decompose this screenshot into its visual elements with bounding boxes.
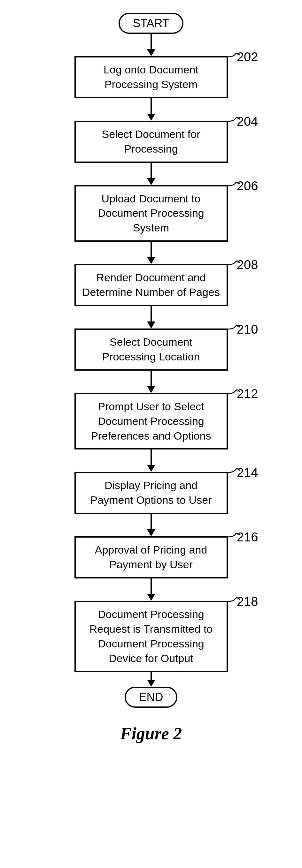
step-label: 216 (237, 530, 258, 544)
arrow (147, 450, 155, 472)
start-terminator: START (118, 13, 184, 34)
process-box: Prompt User to Select Document Processin… (75, 393, 228, 450)
step-214: Display Pricing and Payment Options to U… (75, 472, 228, 514)
process-box: Upload Document to Document Processing S… (75, 185, 228, 242)
process-box: Select Document for Processing (75, 121, 228, 163)
step-206: Upload Document to Document Processing S… (75, 185, 228, 242)
step-label: 206 (237, 179, 258, 193)
step-label: 202 (237, 50, 258, 64)
flowchart: START Log onto Document Processing Syste… (0, 13, 302, 708)
arrow (147, 34, 155, 56)
step-212: Prompt User to Select Document Processin… (75, 393, 228, 450)
step-216: Approval of Pricing and Payment by User … (75, 536, 228, 579)
process-box: Log onto Document Processing System (75, 56, 228, 98)
step-label: 204 (237, 114, 258, 129)
step-label: 214 (237, 465, 258, 480)
step-label: 218 (237, 594, 258, 609)
step-label: 212 (237, 386, 258, 401)
step-202: Log onto Document Processing System 202 (75, 56, 228, 98)
arrow (147, 371, 155, 393)
arrow (147, 514, 155, 536)
step-204: Select Document for Processing 204 (75, 121, 228, 163)
process-box: Select Document Processing Location (75, 329, 228, 371)
end-terminator: END (125, 687, 177, 708)
figure-label: Figure 2 (0, 724, 302, 744)
arrow (147, 672, 155, 687)
step-208: Render Document and Determine Number of … (75, 264, 228, 306)
process-box: Approval of Pricing and Payment by User (75, 536, 228, 579)
arrow (147, 306, 155, 329)
arrow (147, 579, 155, 601)
process-box: Render Document and Determine Number of … (75, 264, 228, 306)
arrow (147, 163, 155, 185)
arrow (147, 242, 155, 264)
step-210: Select Document Processing Location 210 (75, 329, 228, 371)
arrow (147, 98, 155, 121)
step-label: 208 (237, 258, 258, 272)
step-label: 210 (237, 322, 258, 337)
process-box: Display Pricing and Payment Options to U… (75, 472, 228, 514)
step-218: Document Processing Request is Transmitt… (75, 601, 228, 672)
process-box: Document Processing Request is Transmitt… (75, 601, 228, 672)
